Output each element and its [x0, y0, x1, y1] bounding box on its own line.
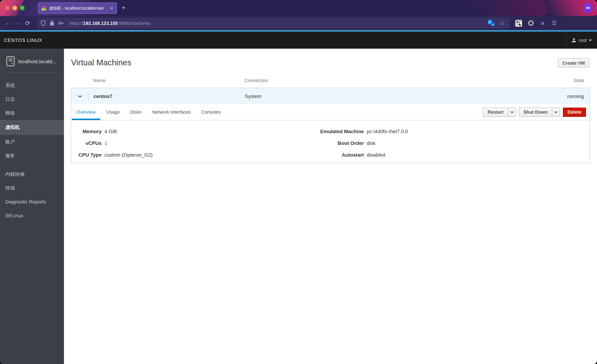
host-name: localhost.locald...: [18, 58, 56, 64]
vm-name: centos7: [88, 93, 245, 99]
cpu-type-label: CPU Type: [71, 152, 102, 157]
chevron-down-icon: [554, 110, 557, 113]
sidebar-item-system[interactable]: 系统: [0, 78, 64, 92]
browser-titlebar: 虚拟机 - localhost.localdomain ✕ + ∞: [0, 0, 597, 16]
header-name: Name: [88, 78, 244, 83]
cockpit-app: localhost.locald... 系统 日志 网络 虚拟机 账户 服务 内…: [0, 49, 597, 364]
sidebar: localhost.locald... 系统 日志 网络 虚拟机 账户 服务 内…: [0, 49, 64, 364]
private-browsing-icon: ∞: [583, 3, 593, 13]
main-content: Virtual Machines Create VM Name Connecti…: [64, 49, 597, 364]
emulated-machine-value: pc-i440fx-rhel7.0.0: [367, 128, 408, 134]
shutdown-button[interactable]: Shut Down: [519, 109, 552, 115]
sidebar-nav: 系统 日志 网络 虚拟机 账户 服务 内核转储 终端 Diagnostic Re…: [0, 78, 64, 223]
tab-disks[interactable]: Disks: [126, 104, 146, 120]
vm-connection: System: [245, 93, 529, 99]
tab-network-interfaces[interactable]: Network Interfaces: [148, 104, 196, 120]
insecure-lock-icon[interactable]: [49, 20, 55, 26]
tab-favicon-icon: [42, 6, 46, 10]
app-menu-icon[interactable]: ☰: [551, 20, 558, 26]
autostart-label: Autostart: [270, 152, 364, 157]
sidebar-item-services[interactable]: 服务: [0, 149, 64, 163]
bookmark-star-icon[interactable]: ☆: [499, 20, 505, 26]
vcpus-label: vCPUs: [71, 140, 102, 146]
sidebar-item-diagnostic-reports[interactable]: Diagnostic Reports: [0, 195, 64, 209]
forward-button[interactable]: →: [13, 20, 23, 27]
url-host: 192.168.123.105: [83, 20, 118, 26]
create-vm-button[interactable]: Create VM: [558, 58, 589, 68]
vm-overview-details: Memory 4 GiB vCPUs 1 CPU Type custom (Op…: [71, 120, 589, 163]
delete-button[interactable]: Delete: [563, 108, 586, 117]
close-window-button[interactable]: [5, 6, 10, 10]
sidebar-item-virtual-machines[interactable]: 虚拟机: [0, 120, 64, 135]
browser-window: 虚拟机 - localhost.localdomain ✕ + ∞ ← → ⟳: [0, 0, 597, 364]
sidebar-item-terminal[interactable]: 终端: [0, 181, 64, 195]
sidebar-divider: [4, 72, 60, 73]
shutdown-split-button: Shut Down: [519, 108, 560, 117]
vm-row[interactable]: centos7 System running: [71, 88, 589, 104]
url-path: :9090/machines: [118, 20, 150, 26]
boot-order-label: Boot Order: [270, 140, 364, 146]
tab-usage[interactable]: Usage: [102, 104, 124, 120]
details-right-column: Emulated Machine pc-i440fx-rhel7.0.0 Boo…: [270, 125, 408, 161]
cockpit-masthead: CENTOS LINUX root: [0, 32, 597, 49]
chevron-down-icon: [78, 93, 82, 98]
restart-button[interactable]: Restart: [483, 109, 508, 115]
sidebar-item-selinux[interactable]: SELinux: [0, 209, 64, 223]
sidebar-item-accounts[interactable]: 账户: [0, 135, 64, 149]
reload-button[interactable]: ⟳: [23, 19, 33, 27]
vm-table-header: Name Connection State: [71, 78, 590, 83]
user-icon: [571, 38, 576, 43]
boot-order-value: disk: [367, 140, 408, 146]
translate-glyph-en: a: [491, 23, 495, 26]
restart-split-button: Restart: [483, 108, 516, 117]
url-bar[interactable]: https://192.168.123.105:9090/machines あ …: [37, 18, 510, 28]
back-button[interactable]: ←: [3, 20, 13, 27]
minimize-window-button[interactable]: [12, 6, 17, 10]
theme-decoration: [447, 0, 548, 16]
row-expand-toggle[interactable]: [71, 88, 88, 104]
vm-detail-tabs: Overview Usage Disks Network Interfaces …: [71, 104, 589, 120]
toolbar-overflow-icon[interactable]: »: [539, 19, 546, 27]
tab-title: 虚拟机 - localhost.localdomain: [49, 6, 107, 11]
tab-consoles[interactable]: Consoles: [197, 104, 225, 120]
restart-menu-toggle[interactable]: [508, 108, 516, 116]
zoom-window-button[interactable]: [20, 6, 24, 10]
url-text: https://192.168.123.105:9090/machines: [69, 20, 488, 26]
tab-overview[interactable]: Overview: [72, 104, 100, 120]
sidebar-item-kdump[interactable]: 内核转储: [0, 167, 64, 181]
vm-state: running: [529, 93, 589, 99]
tab-close-icon[interactable]: ✕: [110, 6, 113, 10]
browser-navbar: ← → ⟳ https://192.168.123.105:9090/machi…: [0, 16, 597, 30]
qr-extension-icon[interactable]: [515, 20, 522, 26]
shutdown-menu-toggle[interactable]: [552, 108, 560, 116]
page-title: Virtual Machines: [71, 58, 597, 68]
brand-title: CENTOS LINUX: [4, 37, 42, 43]
sidebar-item-network[interactable]: 网络: [0, 106, 64, 120]
delete-button-label: Delete: [563, 109, 586, 115]
header-connection: Connection: [244, 78, 529, 83]
sidebar-host[interactable]: localhost.locald...: [0, 49, 64, 66]
browser-tab[interactable]: 虚拟机 - localhost.localdomain ✕: [38, 2, 117, 14]
emulated-machine-label: Emulated Machine: [270, 128, 364, 134]
translate-extension-icon[interactable]: あ a: [488, 20, 495, 26]
vm-panel: centos7 System running Overview Usage Di…: [71, 88, 590, 163]
key-permission-icon[interactable]: [58, 21, 64, 25]
chevron-down-icon: [511, 110, 513, 113]
new-tab-button[interactable]: +: [122, 3, 126, 13]
autostart-value: disabled: [367, 152, 408, 157]
server-icon: [6, 56, 15, 66]
vm-actions: Restart Shut Down Delete: [483, 108, 586, 117]
url-scheme: https://: [69, 20, 83, 26]
traffic-lights: [5, 6, 24, 10]
user-name: root: [579, 38, 587, 43]
container-tab-accent-line: [0, 30, 597, 32]
user-menu-caret-icon: [589, 38, 592, 41]
memory-label: Memory: [71, 128, 102, 134]
header-state: State: [529, 78, 590, 83]
extension-ring-icon[interactable]: [528, 20, 534, 26]
user-menu[interactable]: root: [566, 32, 597, 49]
tracking-shield-icon[interactable]: [40, 20, 46, 26]
sidebar-item-logs[interactable]: 日志: [0, 92, 64, 106]
